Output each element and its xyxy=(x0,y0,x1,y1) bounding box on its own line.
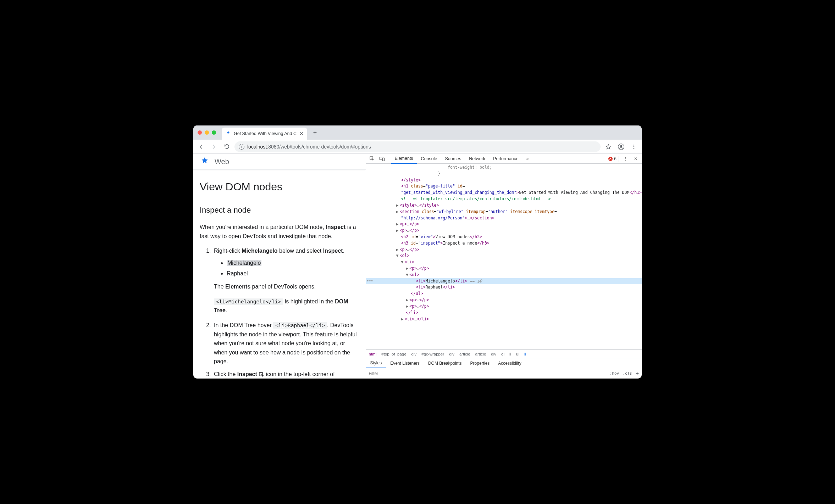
tab-console[interactable]: Console xyxy=(418,154,441,164)
bookmark-button[interactable] xyxy=(603,142,613,152)
breadcrumb[interactable]: html #top_of_page div #gc-wrapper div ar… xyxy=(366,349,642,358)
error-icon: ✕ xyxy=(608,157,613,161)
page-h2: Inspect a node xyxy=(200,204,359,216)
svg-point-3 xyxy=(620,145,622,147)
elements-tree[interactable]: font-weight: bold; } </style> <h1 class=… xyxy=(366,164,642,349)
intro-paragraph: When you're interested in a particular D… xyxy=(200,223,359,241)
page-body: View DOM nodes Inspect a node When you'r… xyxy=(193,170,366,379)
names-list: Michelangelo Raphael xyxy=(214,258,359,278)
inspect-icon xyxy=(259,372,264,377)
step-1: Right-click Michelangelo below and selec… xyxy=(212,246,359,315)
devtools-panel: Elements Console Sources Network Perform… xyxy=(366,154,642,379)
window-close[interactable] xyxy=(198,130,202,135)
tab-properties[interactable]: Properties xyxy=(466,358,494,368)
profile-button[interactable] xyxy=(616,142,626,152)
list-item[interactable]: Michelangelo xyxy=(227,258,359,268)
tab-close-icon[interactable]: ✕ xyxy=(299,131,304,136)
svg-point-4 xyxy=(634,145,635,146)
tab-elements[interactable]: Elements xyxy=(391,154,417,164)
menu-button[interactable] xyxy=(629,142,639,152)
devtools-close-icon[interactable]: ✕ xyxy=(631,154,640,163)
site-name: Web xyxy=(215,158,229,166)
svg-rect-10 xyxy=(382,158,384,161)
styles-tab-bar: Styles Event Listeners DOM Breakpoints P… xyxy=(366,358,642,368)
elements-note: The Elements panel of DevTools opens. xyxy=(214,282,359,291)
tab-strip: Get Started With Viewing And C ✕ + xyxy=(193,125,642,140)
content-area: Web View DOM nodes Inspect a node When y… xyxy=(193,154,642,379)
tab-sources[interactable]: Sources xyxy=(441,154,465,164)
devtools-menu-icon[interactable] xyxy=(621,154,630,163)
tab-performance[interactable]: Performance xyxy=(490,154,522,164)
forward-button[interactable] xyxy=(209,142,219,152)
tab-title: Get Started With Viewing And C xyxy=(234,131,297,136)
svg-point-13 xyxy=(625,159,626,160)
filter-input[interactable] xyxy=(369,371,606,376)
tab-dom-breakpoints[interactable]: DOM Breakpoints xyxy=(424,358,466,368)
toolbar: i localhost:8080/web/tools/chrome-devtoo… xyxy=(193,140,642,154)
device-mode-icon[interactable] xyxy=(377,154,387,163)
site-logo-icon xyxy=(200,157,210,167)
cls-toggle[interactable]: .cls xyxy=(623,371,632,376)
tab-accessibility[interactable]: Accessibility xyxy=(494,358,525,368)
svg-point-5 xyxy=(634,146,635,147)
step-2: In the DOM Tree hover <li>Raphael</li>. … xyxy=(212,321,359,366)
web-page: Web View DOM nodes Inspect a node When y… xyxy=(193,154,366,379)
favicon-icon xyxy=(225,131,231,136)
inspect-element-icon[interactable] xyxy=(367,154,377,163)
svg-point-12 xyxy=(625,158,626,159)
traffic-lights xyxy=(198,130,216,135)
site-info-icon[interactable]: i xyxy=(239,144,244,150)
tab-event-listeners[interactable]: Event Listeners xyxy=(386,358,424,368)
svg-point-11 xyxy=(625,157,626,157)
page-header: Web xyxy=(193,154,366,170)
devtools-tab-bar: Elements Console Sources Network Perform… xyxy=(366,154,642,164)
window-minimize[interactable] xyxy=(205,130,209,135)
separator xyxy=(389,156,389,162)
new-style-rule-icon[interactable]: + xyxy=(636,370,639,377)
window-maximize[interactable] xyxy=(212,130,216,135)
address-bar[interactable]: i localhost:8080/web/tools/chrome-devtoo… xyxy=(234,141,601,152)
error-count: 6 xyxy=(614,156,616,161)
url: localhost:8080/web/tools/chrome-devtools… xyxy=(247,144,371,150)
tab-network[interactable]: Network xyxy=(465,154,489,164)
tab-styles[interactable]: Styles xyxy=(366,358,386,368)
svg-point-1 xyxy=(228,133,228,134)
browser-tab[interactable]: Get Started With Viewing And C ✕ xyxy=(222,128,307,140)
step-3: Click the Inspect icon in the top-left c… xyxy=(212,370,359,379)
page-h1: View DOM nodes xyxy=(200,178,359,195)
steps-list: Right-click Michelangelo below and selec… xyxy=(200,246,359,379)
svg-point-6 xyxy=(634,148,635,149)
back-button[interactable] xyxy=(196,142,206,152)
styles-filter-bar: :hov .cls + xyxy=(366,368,642,379)
code-note: <li>Michelangelo</li> is highlighted in … xyxy=(214,297,359,315)
error-badge[interactable]: ✕ 6 xyxy=(608,156,616,161)
browser-window: Get Started With Viewing And C ✕ + i loc… xyxy=(193,125,642,379)
new-tab-button[interactable]: + xyxy=(310,128,320,138)
reload-button[interactable] xyxy=(222,142,232,152)
hov-toggle[interactable]: :hov xyxy=(610,371,619,376)
separator xyxy=(619,156,619,162)
list-item[interactable]: Raphael xyxy=(227,269,359,278)
selected-node[interactable]: ••• <li>Michelangelo</li> == $0 xyxy=(366,278,642,285)
tabs-overflow[interactable]: » xyxy=(523,154,532,164)
